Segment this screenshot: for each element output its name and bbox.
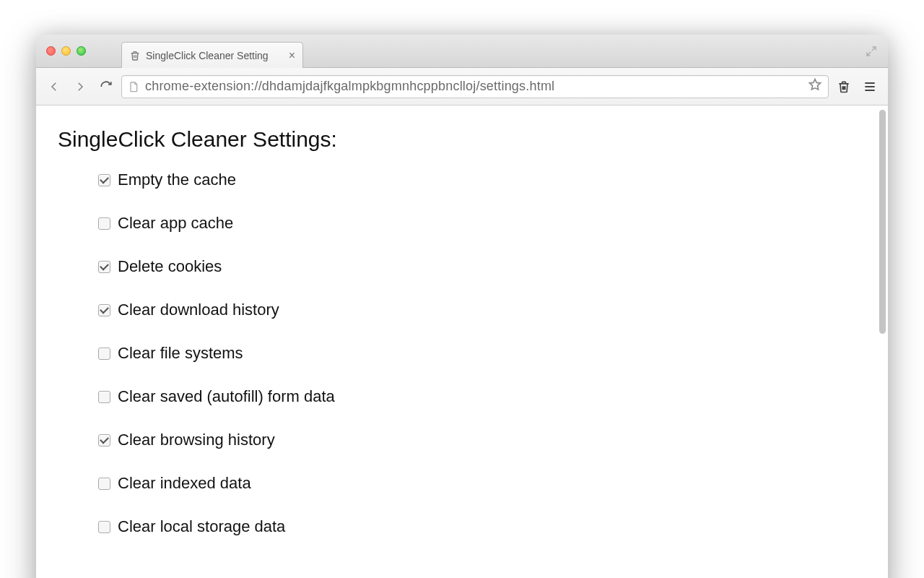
minimize-window-button[interactable] (61, 46, 71, 56)
zoom-window-button[interactable] (77, 46, 86, 56)
page-title: SingleClick Cleaner Settings: (58, 127, 888, 152)
option-label: Clear local storage data (118, 517, 285, 536)
back-button[interactable] (43, 77, 65, 97)
settings-option[interactable]: Clear indexed data (98, 474, 888, 493)
page-viewport: SingleClick Cleaner Settings: Empty the … (36, 105, 888, 578)
settings-option[interactable]: Clear local storage data (98, 517, 888, 536)
trash-icon (129, 50, 141, 61)
traffic-lights (46, 46, 86, 56)
close-tab-button[interactable]: × (289, 50, 295, 61)
checkbox[interactable] (98, 304, 110, 316)
settings-option[interactable]: Clear saved (autofill) form data (98, 387, 888, 406)
checkbox[interactable] (98, 217, 110, 230)
checkbox[interactable] (98, 391, 110, 403)
settings-options-list: Empty the cacheClear app cacheDelete coo… (58, 171, 888, 536)
option-label: Clear browsing history (118, 431, 275, 449)
bookmark-star-icon[interactable] (808, 77, 822, 95)
settings-option[interactable]: Empty the cache (98, 171, 888, 189)
checkbox[interactable] (98, 348, 110, 360)
checkbox[interactable] (98, 261, 110, 273)
close-window-button[interactable] (46, 46, 56, 56)
chrome-menu-icon[interactable] (859, 77, 881, 97)
checkbox[interactable] (98, 174, 110, 186)
browser-tab[interactable]: SingleClick Cleaner Setting × (121, 42, 303, 68)
extension-trash-icon[interactable] (833, 77, 855, 97)
settings-option[interactable]: Clear browsing history (98, 431, 888, 449)
settings-option[interactable]: Clear file systems (98, 344, 888, 363)
option-label: Clear indexed data (118, 474, 251, 493)
checkbox[interactable] (98, 434, 110, 447)
forward-button[interactable] (69, 77, 91, 97)
settings-option[interactable]: Clear app cache (98, 214, 888, 233)
option-label: Clear download history (118, 301, 279, 319)
fullscreen-icon[interactable] (865, 45, 878, 58)
page-icon (128, 81, 139, 92)
tab-title: SingleClick Cleaner Setting (146, 50, 284, 61)
settings-option[interactable]: Clear download history (98, 301, 888, 319)
settings-option[interactable]: Delete cookies (98, 257, 888, 276)
address-bar[interactable]: chrome-extension://dhdamjdajfkgalmpkbgmn… (121, 75, 829, 98)
checkbox[interactable] (98, 521, 110, 533)
checkbox[interactable] (98, 478, 110, 490)
option-label: Delete cookies (118, 257, 222, 276)
option-label: Clear file systems (118, 344, 243, 363)
window-titlebar: SingleClick Cleaner Setting × (36, 35, 888, 68)
reload-button[interactable] (95, 77, 117, 97)
option-label: Clear app cache (118, 214, 233, 233)
option-label: Empty the cache (118, 171, 236, 189)
browser-toolbar: chrome-extension://dhdamjdajfkgalmpkbgmn… (36, 68, 888, 105)
url-text: chrome-extension://dhdamjdajfkgalmpkbgmn… (145, 79, 802, 94)
browser-window: SingleClick Cleaner Setting × (36, 35, 888, 578)
vertical-scrollbar[interactable] (879, 110, 886, 334)
option-label: Clear saved (autofill) form data (118, 387, 335, 406)
settings-page: SingleClick Cleaner Settings: Empty the … (36, 105, 888, 536)
